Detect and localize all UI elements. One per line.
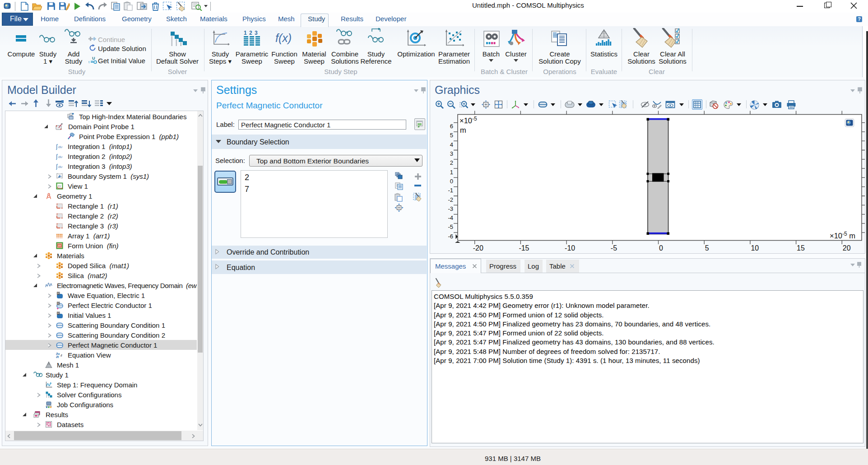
svg-text:t: t (88, 60, 90, 64)
svg-text:-6: -6 (448, 233, 453, 240)
svg-text:10: 10 (751, 244, 759, 252)
svg-text:-10: -10 (565, 244, 575, 252)
svg-text:5: 5 (705, 244, 709, 252)
svg-text:3: 3 (255, 30, 258, 36)
svg-text:1: 1 (450, 169, 453, 176)
svg-text:2: 2 (249, 30, 252, 36)
svg-text:-2: -2 (448, 196, 453, 203)
svg-text:-5: -5 (448, 223, 453, 230)
svg-text:2: 2 (450, 159, 453, 166)
svg-text:6: 6 (450, 123, 453, 130)
svg-text:1: 1 (244, 30, 247, 36)
svg-text:U: U (92, 56, 95, 60)
svg-text:-20: -20 (473, 244, 483, 252)
svg-text:0: 0 (450, 178, 453, 185)
svg-text:0: 0 (659, 244, 663, 252)
svg-text:-15: -15 (519, 244, 529, 252)
svg-text:3: 3 (450, 150, 453, 157)
svg-text:-5: -5 (611, 244, 617, 252)
svg-text:-1: -1 (448, 187, 453, 194)
svg-text:-4: -4 (448, 214, 453, 221)
svg-text:m: m (460, 126, 466, 134)
svg-text:4: 4 (450, 141, 453, 148)
svg-text:-3: -3 (448, 205, 453, 212)
svg-text:5: 5 (450, 132, 453, 139)
svg-text:15: 15 (797, 244, 805, 252)
svg-text:20: 20 (843, 244, 851, 252)
